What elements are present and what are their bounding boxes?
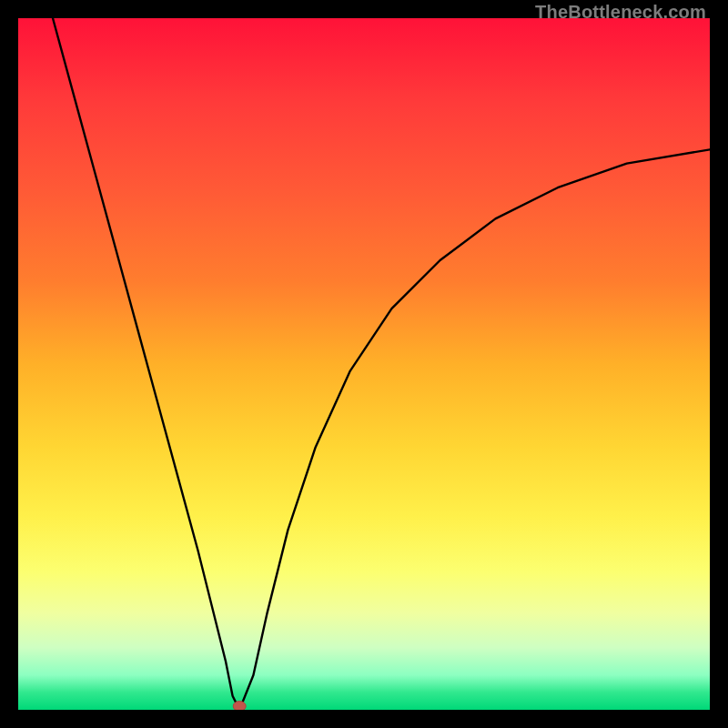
gradient-background — [18, 18, 710, 710]
chart-frame — [18, 18, 710, 710]
optimal-point-marker — [233, 702, 246, 711]
bottleneck-chart — [18, 18, 710, 710]
watermark-text: TheBottleneck.com — [535, 2, 706, 23]
